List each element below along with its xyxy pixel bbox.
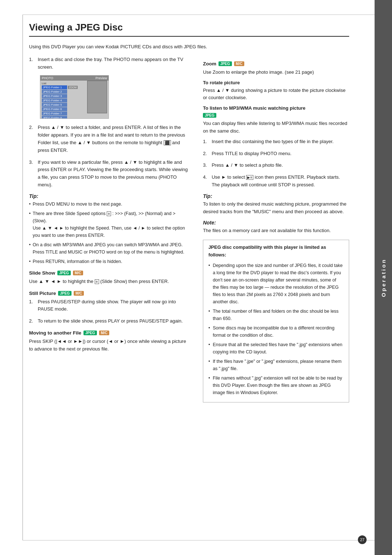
still-step-2: 2. To return to the slide show, press PL…: [29, 317, 190, 325]
photo-menu-header: PHOTO Preview: [40, 76, 109, 81]
slide-show-heading: Slide Show JPEG M/C: [29, 270, 190, 276]
rotate-heading: To rotate picture: [203, 80, 349, 85]
mp3-text: You can display files while listering to…: [203, 120, 349, 135]
compat-item-1: Depending upon the size and number of JP…: [208, 262, 344, 305]
step-2-text: Press ▲ / ▼ to select a folder, and pres…: [38, 124, 190, 154]
page-number: 27: [358, 535, 367, 544]
note-box: Note: The files on a memory card are not…: [203, 220, 349, 235]
slide-show-badge-mc: M/C: [73, 271, 83, 275]
page-title: Viewing a JPEG Disc: [29, 22, 349, 37]
photo-menu-screenshot: PHOTO Preview List JPEG Folder 1 ZOOM: [40, 75, 109, 119]
mp3-step-2-text: Press TITLE to display PHOTO menu.: [212, 150, 349, 158]
note-title: Note:: [203, 220, 349, 226]
mp3-step-1: 1. Insert the disc containing the two ty…: [203, 138, 349, 146]
still-picture-badge-mc: M/C: [74, 291, 84, 296]
still-step-1-text: Press PAUSE/STEP during slide show. The …: [38, 298, 190, 313]
still-step-2-text: To return to the slide show, press PLAY …: [38, 317, 190, 325]
compat-item-3: Some discs may be incompatible due to a …: [208, 324, 344, 339]
photo-menu-row-7: JPEG Folder 8: [42, 116, 107, 119]
mp3-step-2-num: 2.: [203, 150, 209, 158]
still-step-2-num: 2.: [29, 317, 36, 325]
zoom-badge-jpeg: JPEG: [219, 61, 232, 66]
bottom-margin-line: [23, 540, 375, 540]
tip-left-item-1: Press DVD MENU to move to the next page.: [29, 200, 190, 208]
tip-right: Tip: To listen to only the desired music…: [203, 193, 349, 216]
intro-text: Using this DVD Player you can view Kodak…: [29, 43, 349, 51]
moving-file-heading: Moving to another File JPEG M/C: [29, 330, 190, 336]
still-picture-badge-jpeg: JPEG: [58, 291, 72, 296]
compat-item-6: File names without ".jpg" extension will…: [208, 374, 344, 396]
mp3-step-2: 2. Press TITLE to display PHOTO menu.: [203, 150, 349, 158]
step-1: 1. Insert a disc and close the tray. The…: [29, 56, 190, 71]
slide-show-text: Use ▲ ▼ ◄ ► to highlight the ≡ (Slide Sh…: [29, 278, 190, 285]
step-3-num: 3.: [29, 159, 36, 189]
two-column-layout: 1. Insert a disc and close the tray. The…: [29, 56, 349, 402]
mp3-badge-row: JPEG: [203, 112, 349, 118]
moving-file-text: Press SKIP (|◄◄ or ►►|) or cursor (◄ or …: [29, 338, 190, 353]
moving-file-badge-jpeg: JPEG: [83, 331, 97, 335]
compat-item-5: If the files have ".jpe" or ".jpeg" exte…: [208, 358, 344, 372]
rotate-text: Press ▲ / ▼ during showing a picture to …: [203, 87, 349, 102]
tip-left-item-4: Press RETURN, information of file is hid…: [29, 258, 190, 265]
step-2-num: 2.: [29, 124, 36, 154]
tip-right-title: Tip:: [203, 193, 349, 199]
sidebar-operation-label: Operation: [380, 258, 387, 297]
left-margin-line: [23, 15, 23, 540]
mp3-step-3-num: 3.: [203, 162, 209, 169]
tip-left: Tip: Press DVD MENU to move to the next …: [29, 193, 190, 265]
left-column: 1. Insert a disc and close the tray. The…: [29, 56, 190, 402]
photo-menu-inner: PHOTO Preview List JPEG Folder 1 ZOOM: [40, 76, 109, 118]
tip-left-item-2: There are three Slide Speed options ≡ : …: [29, 210, 190, 239]
compat-box: JPEG disc compatibility with this player…: [203, 240, 349, 402]
step-1-num: 1.: [29, 56, 36, 71]
mp3-step-1-num: 1.: [203, 138, 209, 146]
moving-file-badge-mc: M/C: [99, 331, 109, 335]
note-text: The files on a memory card are not avail…: [203, 227, 349, 235]
mp3-step-3-text: Press ▲ / ▼ to select a photo file.: [212, 162, 349, 169]
step-3-text: If you want to view a particular file, p…: [38, 159, 190, 189]
still-step-1: 1. Press PAUSE/STEP during slide show. T…: [29, 298, 190, 313]
photo-menu-header-left: PHOTO: [42, 76, 53, 80]
right-column: Zoom JPEG M/C Use Zoom to enlarge the ph…: [203, 56, 349, 402]
page-container: Viewing a JPEG Disc Using this DVD Playe…: [0, 0, 392, 555]
still-picture-label: Still Picture: [29, 291, 56, 296]
still-picture-heading: Still Picture JPEG M/C: [29, 291, 190, 296]
slide-show-badge-jpeg: JPEG: [57, 271, 71, 275]
photo-menu-header-right: Preview: [95, 76, 107, 80]
operation-sidebar: Operation: [375, 0, 392, 555]
compat-title: JPEG disc compatibility with this player…: [208, 244, 344, 259]
tip-left-title: Tip:: [29, 193, 190, 199]
mp3-heading-text: To listen to MP3/WMA music watching pict…: [203, 105, 349, 111]
step-1-text: Insert a disc and close the tray. The PH…: [38, 56, 190, 71]
tip-right-text: To listen to only the desired music watc…: [203, 200, 349, 216]
mp3-step-1-text: Insert the disc containing the two types…: [212, 138, 349, 146]
tip-left-item-3: On a disc with MP3/WMA and JPEG you can …: [29, 241, 190, 256]
step-2: 2. Press ▲ / ▼ to select a folder, and p…: [29, 124, 190, 154]
photo-preview-box: [87, 81, 107, 113]
mp3-step-4: 4. Use ► to select ▶≡ icon then press EN…: [203, 174, 349, 189]
zoom-text: Use Zoom to enlarge the photo image. (se…: [203, 69, 349, 76]
step-3: 3. If you want to view a particular file…: [29, 159, 190, 189]
compat-item-4: Ensure that all the selected files have …: [208, 341, 344, 356]
moving-file-label: Moving to another File: [29, 330, 81, 336]
slide-show-label: Slide Show: [29, 270, 55, 276]
zoom-badge-mc: M/C: [234, 61, 244, 66]
mp3-badge-jpeg: JPEG: [203, 113, 216, 118]
still-step-1-num: 1.: [29, 298, 36, 313]
compat-item-2: The total number of files and folders on…: [208, 308, 344, 322]
mp3-step-3: 3. Press ▲ / ▼ to select a photo file.: [203, 162, 349, 169]
main-content: Viewing a JPEG Disc Using this DVD Playe…: [0, 0, 375, 555]
mp3-step-4-text: Use ► to select ▶≡ icon then press ENTER…: [212, 174, 349, 189]
mp3-step-4-num: 4.: [203, 174, 209, 189]
top-margin-line: [23, 15, 375, 15]
zoom-label: Zoom: [203, 61, 216, 66]
zoom-heading: Zoom JPEG M/C: [203, 61, 349, 66]
